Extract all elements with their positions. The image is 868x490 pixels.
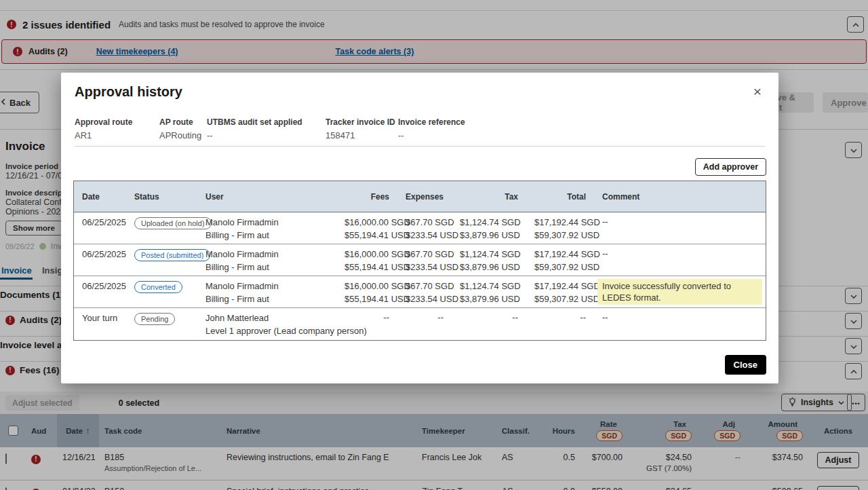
meta-ap-route: AP route APRouting: [159, 117, 207, 140]
col-tax: Tax: [452, 188, 526, 206]
approval-table-header: Date Status User Fees Expenses Tax Total…: [74, 181, 766, 212]
approval-tax: $1,124.74 SGD $3,879.96 USD: [452, 212, 526, 244]
approval-date: 06/25/2025: [82, 280, 118, 292]
user-name: Manolo Firmadmin: [205, 248, 328, 260]
approval-date: 06/25/2025: [82, 248, 118, 260]
approval-user: Manolo Firmadmin Billing - Firm aut: [197, 244, 336, 276]
approval-fees: $16,000.00 SGD $55,194.41 USD: [336, 212, 397, 244]
meta-label: Approval route: [75, 117, 159, 127]
add-approver-button[interactable]: Add approver: [695, 158, 766, 176]
tax-usd: $3,879.96 USD: [460, 293, 518, 305]
user-name: Manolo Firmadmin: [205, 216, 328, 228]
approval-tax: $1,124.74 SGD $3,879.96 USD: [452, 276, 526, 307]
meta-label: Invoice reference: [398, 117, 465, 127]
col-user: User: [197, 188, 336, 206]
approval-total: $17,192.44 SGD $59,307.92 USD: [526, 276, 594, 307]
total-usd: $59,307.92 USD: [534, 293, 586, 305]
meta-label: Tracker invoice ID: [326, 117, 398, 127]
approval-date: 06/25/2025: [82, 216, 118, 228]
approval-comment: --: [594, 308, 766, 340]
fees-usd: $55,194.41 USD: [344, 293, 389, 305]
user-role: Billing - Firm aut: [205, 229, 328, 241]
modal-title: Approval history: [75, 84, 182, 100]
meta-invoice-reference: Invoice reference --: [398, 117, 465, 140]
status-badge: Converted: [134, 281, 182, 293]
meta-approval-route: Approval route AR1: [75, 117, 159, 140]
col-total: Total: [526, 188, 594, 206]
approval-row: Your turn Pending John Matterlead Level …: [74, 308, 766, 340]
expenses-sgd: $67.70 SGD: [406, 248, 443, 260]
fees-sgd: $16,000.00 SGD: [344, 280, 389, 292]
total-sgd: $17,192.44 SGD: [534, 280, 586, 292]
expenses-sgd: $67.70 SGD: [406, 280, 443, 292]
approval-fees: --: [336, 308, 397, 340]
meta-value: APRouting: [159, 130, 207, 140]
close-button[interactable]: Close: [725, 355, 766, 375]
approval-expenses: --: [397, 308, 452, 340]
meta-value: --: [398, 130, 465, 140]
approval-expenses: $67.70 SGD $233.54 USD: [397, 212, 452, 244]
col-status: Status: [126, 188, 197, 206]
meta-tracker-invoice-id: Tracker invoice ID 158471: [326, 117, 398, 140]
approval-comment: --: [594, 212, 766, 244]
user-role: Billing - Firm aut: [205, 293, 328, 305]
tax-sgd: $1,124.74 SGD: [460, 248, 518, 260]
tax-sgd: $1,124.74 SGD: [460, 216, 518, 228]
approval-turn-label: Your turn: [82, 312, 118, 324]
approval-total: $17,192.44 SGD $59,307.92 USD: [526, 244, 594, 276]
col-date: Date: [74, 188, 126, 206]
expenses-usd: $233.54 USD: [406, 229, 443, 241]
approval-expenses: $67.70 SGD $233.54 USD: [397, 244, 452, 276]
approval-tax: $1,124.74 SGD $3,879.96 USD: [452, 244, 526, 276]
meta-label: AP route: [159, 117, 207, 127]
col-expenses: Expenses: [397, 188, 452, 206]
modal-meta-row: Approval route AR1 AP route APRouting UT…: [75, 117, 465, 140]
approval-row: 06/25/2025 Converted Manolo Firmadmin Bi…: [74, 276, 766, 308]
expenses-sgd: $67.70 SGD: [406, 216, 443, 228]
close-icon[interactable]: [749, 82, 766, 100]
approval-expenses: $67.70 SGD $233.54 USD: [397, 276, 452, 307]
approval-total: --: [526, 308, 594, 340]
col-comment: Comment: [594, 188, 766, 206]
total-usd: $59,307.92 USD: [534, 261, 586, 273]
approval-total: $17,192.44 SGD $59,307.92 USD: [526, 212, 594, 244]
fees-sgd: $16,000.00 SGD: [344, 216, 389, 228]
expenses-usd: $233.54 USD: [406, 293, 443, 305]
meta-utbms-audit-set: UTBMS audit set applied --: [207, 117, 326, 140]
meta-label: UTBMS audit set applied: [207, 117, 326, 127]
meta-value: AR1: [75, 130, 159, 140]
approval-comment: --: [594, 244, 766, 276]
fees-usd: $55,194.41 USD: [344, 229, 389, 241]
approval-fees: $16,000.00 SGD $55,194.41 USD: [336, 244, 397, 276]
tax-sgd: $1,124.74 SGD: [460, 280, 518, 292]
approval-user: Manolo Firmadmin Billing - Firm aut: [197, 212, 336, 244]
fees-usd: $55,194.41 USD: [344, 261, 389, 273]
user-role: Level 1 approver (Lead company person): [205, 325, 328, 337]
approval-tax: --: [452, 308, 526, 340]
fees-sgd: $16,000.00 SGD: [344, 248, 389, 260]
tax-usd: $3,879.96 USD: [460, 229, 518, 241]
approval-user: Manolo Firmadmin Billing - Firm aut: [197, 276, 336, 307]
approval-comment: Invoice successfully converted to LEDES …: [594, 276, 766, 307]
approval-fees: $16,000.00 SGD $55,194.41 USD: [336, 276, 397, 307]
meta-value: --: [207, 130, 326, 140]
approval-user: John Matterlead Level 1 approver (Lead c…: [197, 308, 336, 340]
expenses-usd: $233.54 USD: [406, 261, 443, 273]
col-fees: Fees: [336, 188, 397, 206]
divider: [75, 146, 765, 147]
approval-history-table: Date Status User Fees Expenses Tax Total…: [73, 181, 766, 341]
total-sgd: $17,192.44 SGD: [534, 216, 586, 228]
meta-value: 158471: [326, 130, 398, 140]
user-name: Manolo Firmadmin: [205, 280, 328, 292]
approval-row: 06/25/2025 Uploaded (on hold) Manolo Fir…: [74, 212, 766, 244]
approval-history-modal: Approval history Approval route AR1 AP r…: [61, 73, 778, 383]
tax-usd: $3,879.96 USD: [460, 261, 518, 273]
comment-highlight: Invoice successfully converted to LEDES …: [597, 279, 762, 305]
total-usd: $59,307.92 USD: [534, 229, 586, 241]
user-name: John Matterlead: [205, 312, 328, 324]
user-role: Billing - Firm aut: [205, 261, 328, 273]
approval-row: 06/25/2025 Posted (submitted) Manolo Fir…: [74, 244, 766, 276]
status-badge: Pending: [134, 313, 175, 325]
total-sgd: $17,192.44 SGD: [534, 248, 586, 260]
